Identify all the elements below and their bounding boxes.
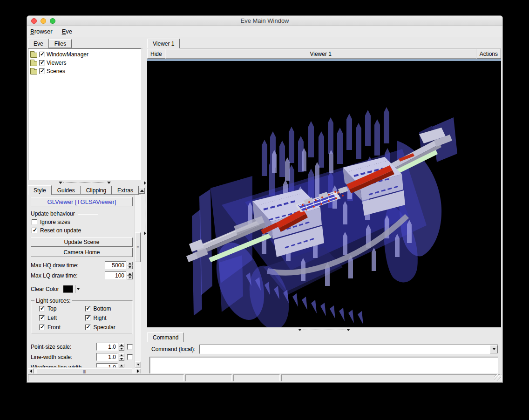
max-lq-input[interactable]: 100 <box>105 271 126 279</box>
right-arrow-icon <box>137 369 139 373</box>
command-dropdown-button[interactable] <box>490 345 498 353</box>
panel-splitter[interactable] <box>142 37 147 374</box>
checkbox[interactable] <box>39 52 45 57</box>
splitter-arrow-icon <box>144 231 146 235</box>
ignore-sizes-row[interactable]: Ignore sizes <box>31 218 133 225</box>
status-cell-2 <box>185 374 232 381</box>
command-input[interactable] <box>200 345 490 353</box>
tab-files[interactable]: Files <box>49 39 72 48</box>
menu-browser[interactable]: Browser <box>30 28 53 35</box>
camera-home-button[interactable]: Camera Home <box>31 248 133 257</box>
clear-color-dropdown-button[interactable] <box>75 285 81 293</box>
light-right-row[interactable]: Right <box>84 314 130 321</box>
spin-down-button[interactable] <box>127 276 133 279</box>
splitter-line <box>303 330 346 330</box>
tab-style[interactable]: Style <box>28 185 52 195</box>
tree-item-label[interactable]: Scenes <box>47 68 65 75</box>
tree-editor-splitter[interactable] <box>28 180 141 185</box>
light-front-row[interactable]: Front <box>38 324 84 331</box>
main-content: Eve Files WindowManager Viewers Scen <box>27 37 502 374</box>
menu-eve[interactable]: Eve <box>62 28 72 35</box>
folder-icon <box>30 69 37 75</box>
light-specular-row[interactable]: Specular <box>84 324 130 331</box>
scene-tree[interactable]: WindowManager Viewers Scenes <box>28 48 141 180</box>
light-left-row[interactable]: Left <box>38 314 84 321</box>
tab-clipping[interactable]: Clipping <box>81 186 112 195</box>
reset-on-update-row[interactable]: Reset on update <box>31 227 133 234</box>
zoom-button[interactable] <box>50 18 55 24</box>
checkbox[interactable] <box>39 60 45 66</box>
scrollbar-track[interactable]: ≡ <box>135 195 141 361</box>
point-size-input[interactable]: 1.0 <box>96 343 118 351</box>
light-bottom-label: Bottom <box>94 305 111 312</box>
wireframe-label: Wireframe line-width <box>31 364 96 368</box>
spin-up-button[interactable] <box>119 364 124 367</box>
title-bar[interactable]: Eve Main Window <box>27 16 502 26</box>
checkbox[interactable] <box>39 68 45 74</box>
command-label: Command (local): <box>151 346 196 352</box>
eve-main-window: Eve Main Window Browser Eve Eve Files Wi… <box>27 15 503 383</box>
actions-button[interactable]: Actions <box>476 49 501 59</box>
spin-down-button[interactable] <box>119 347 124 351</box>
light-bottom-row[interactable]: Bottom <box>84 305 130 312</box>
tree-item-scenes[interactable]: Scenes <box>29 67 140 75</box>
line-width-input[interactable]: 1.0 <box>96 353 118 361</box>
clear-color-swatch[interactable] <box>63 285 73 293</box>
viewer-tab-bar: Viewer 1 <box>147 38 501 48</box>
close-button[interactable] <box>31 18 37 24</box>
light-specular-checkbox[interactable] <box>85 325 91 330</box>
spin-down-button[interactable] <box>127 265 133 269</box>
light-top-row[interactable]: Top <box>38 305 84 312</box>
tab-viewer-1[interactable]: Viewer 1 <box>147 39 180 48</box>
tree-item-viewers[interactable]: Viewers <box>29 59 140 67</box>
hide-button[interactable]: Hide <box>147 49 165 59</box>
tree-item-label[interactable]: WindowManager <box>47 51 88 58</box>
viewer-title-bar[interactable]: Viewer 1 <box>165 49 476 59</box>
update-behaviour-heading: Update behaviour <box>31 210 133 217</box>
point-size-row: Point-size scale: 1.0 <box>31 343 133 351</box>
light-front-checkbox[interactable] <box>39 325 45 330</box>
spin-up-button[interactable] <box>127 262 133 265</box>
spin-up-button[interactable] <box>119 343 124 347</box>
light-top-checkbox[interactable] <box>39 306 45 312</box>
reset-on-update-checkbox[interactable] <box>32 228 37 233</box>
spin-up-button[interactable] <box>127 272 133 276</box>
command-combobox[interactable] <box>199 345 498 354</box>
viewer-header: Hide Viewer 1 Actions <box>147 49 501 59</box>
tab-guides[interactable]: Guides <box>52 186 81 195</box>
light-left-checkbox[interactable] <box>39 315 45 321</box>
tree-item-windowmanager[interactable]: WindowManager <box>29 50 140 59</box>
wireframe-input[interactable]: 1.0 <box>96 363 118 367</box>
line-width-label: Line-width scale: <box>31 354 96 360</box>
viewer-command-splitter[interactable] <box>147 327 501 332</box>
point-size-stepper <box>119 343 124 351</box>
minimize-button[interactable] <box>41 18 46 24</box>
ignore-sizes-checkbox[interactable] <box>32 219 37 225</box>
down-arrow-icon <box>129 266 131 268</box>
max-lq-stepper <box>127 272 133 279</box>
editor-vertical-scrollbar[interactable]: ≡ <box>135 195 141 367</box>
light-bottom-checkbox[interactable] <box>85 306 91 312</box>
update-scene-button[interactable]: Update Scene <box>31 237 133 247</box>
viewport-3d[interactable] <box>147 61 501 327</box>
glviewer-title-button[interactable]: GLViewer [TGLSAViewer] <box>31 197 133 206</box>
spin-down-button[interactable] <box>119 367 124 368</box>
left-panel: Eve Files WindowManager Viewers Scen <box>27 37 142 374</box>
light-sources-grid: Top Bottom Left <box>38 305 130 331</box>
tab-command[interactable]: Command <box>147 332 184 342</box>
max-hq-input[interactable]: 5000 <box>105 261 126 269</box>
resize-grip[interactable] <box>495 374 501 380</box>
spin-up-button[interactable] <box>119 353 124 357</box>
tab-extras[interactable]: Extras <box>112 186 139 195</box>
scrollbar-thumb[interactable]: ≡ <box>135 232 141 262</box>
spin-down-button[interactable] <box>119 357 124 361</box>
tree-item-label[interactable]: Viewers <box>47 60 66 66</box>
light-sources-title: Light sources: <box>34 298 72 304</box>
tab-eve[interactable]: Eve <box>28 39 49 48</box>
line-width-stepper <box>119 353 124 361</box>
splitter-arrow-icon <box>107 182 111 184</box>
scroll-down-button[interactable] <box>135 361 141 367</box>
light-right-checkbox[interactable] <box>85 315 91 321</box>
point-size-checkbox[interactable] <box>127 344 133 350</box>
line-width-checkbox[interactable] <box>127 354 133 360</box>
